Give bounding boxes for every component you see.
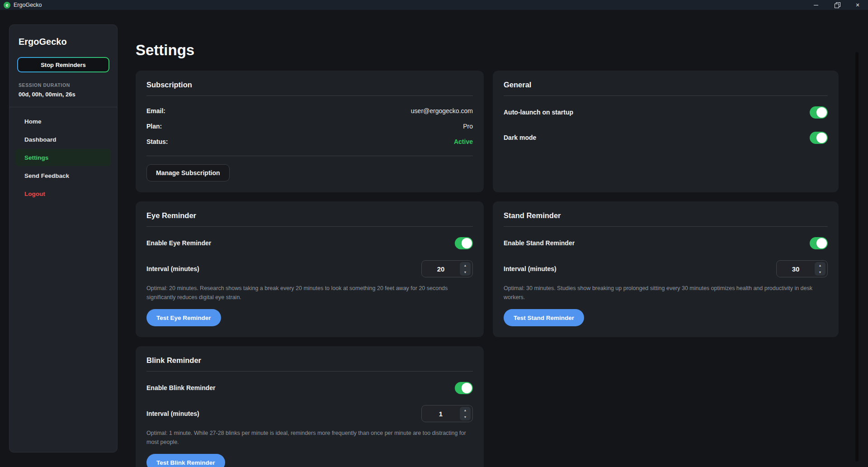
stand-reminder-card: Stand Reminder Enable Stand Reminder Int… bbox=[493, 201, 839, 337]
card-divider bbox=[146, 371, 473, 372]
enable-blink-reminder-toggle[interactable] bbox=[455, 382, 473, 394]
sidebar-item-home[interactable]: Home bbox=[15, 113, 111, 130]
session-duration-label: SESSION DURATION bbox=[19, 82, 108, 88]
enable-stand-reminder-row: Enable Stand Reminder bbox=[504, 234, 828, 252]
blink-interval-input[interactable] bbox=[422, 410, 460, 418]
spinner-up-icon[interactable]: ▲ bbox=[460, 407, 471, 414]
spinner-down-icon[interactable]: ▼ bbox=[815, 269, 826, 276]
subscription-card-title: Subscription bbox=[146, 81, 473, 89]
blink-interval-stepper: ▲ ▼ bbox=[421, 405, 473, 422]
app-name: ErgoGecko bbox=[15, 37, 111, 47]
stop-reminders-button[interactable]: Stop Reminders bbox=[17, 57, 109, 72]
session-duration-value: 00d, 00h, 00min, 26s bbox=[19, 91, 108, 98]
sidebar: ErgoGecko Stop Reminders SESSION DURATIO… bbox=[9, 24, 118, 453]
dark-mode-row: Dark mode bbox=[504, 129, 828, 147]
auto-launch-row: Auto-launch on startup bbox=[504, 103, 828, 121]
spinner-up-icon[interactable]: ▲ bbox=[815, 262, 826, 269]
card-divider bbox=[146, 95, 473, 96]
manage-subscription-button[interactable]: Manage Subscription bbox=[146, 164, 230, 181]
card-divider bbox=[504, 226, 828, 227]
subscription-row-status: Status: Active bbox=[146, 134, 473, 149]
blink-reminder-card-title: Blink Reminder bbox=[146, 356, 473, 365]
sidebar-nav: Home Dashboard Settings Send Feedback Lo… bbox=[15, 113, 111, 202]
card-divider bbox=[146, 156, 473, 156]
card-divider bbox=[504, 95, 828, 96]
window-title: ErgoGecko bbox=[14, 2, 42, 8]
titlebar: e ErgoGecko ✕ bbox=[0, 0, 868, 10]
plan-value: Pro bbox=[463, 123, 473, 130]
sidebar-item-dashboard[interactable]: Dashboard bbox=[15, 131, 111, 148]
plan-label: Plan: bbox=[146, 123, 162, 130]
eye-interval-label: Interval (minutes) bbox=[146, 265, 199, 272]
stand-reminder-card-title: Stand Reminder bbox=[504, 211, 828, 220]
close-icon: ✕ bbox=[855, 2, 859, 8]
eye-reminder-card-title: Eye Reminder bbox=[146, 211, 473, 220]
email-label: Email: bbox=[146, 107, 165, 114]
general-card-title: General bbox=[504, 81, 828, 89]
stand-interval-row: Interval (minutes) ▲ ▼ bbox=[504, 260, 828, 277]
eye-interval-row: Interval (minutes) ▲ ▼ bbox=[146, 260, 473, 277]
minimize-button[interactable] bbox=[806, 0, 826, 10]
blink-interval-spinner: ▲ ▼ bbox=[460, 407, 471, 420]
app-logo-icon: e bbox=[4, 2, 10, 9]
subscription-row-email: Email: user@ergogecko.com bbox=[146, 103, 473, 119]
auto-launch-label: Auto-launch on startup bbox=[504, 109, 573, 116]
main-content: Settings Subscription Email: user@ergoge… bbox=[136, 10, 839, 467]
blink-interval-row: Interval (minutes) ▲ ▼ bbox=[146, 405, 473, 422]
card-divider bbox=[146, 226, 473, 227]
eye-interval-stepper: ▲ ▼ bbox=[421, 260, 473, 277]
eye-interval-input[interactable] bbox=[422, 265, 460, 273]
settings-cards-grid: Subscription Email: user@ergogecko.com P… bbox=[136, 71, 839, 467]
blink-reminder-card: Blink Reminder Enable Blink Reminder Int… bbox=[136, 346, 484, 467]
enable-stand-reminder-toggle[interactable] bbox=[810, 237, 828, 249]
toggle-knob bbox=[462, 238, 472, 248]
auto-launch-toggle[interactable] bbox=[810, 106, 828, 119]
vertical-scrollbar-thumb[interactable] bbox=[855, 52, 859, 462]
stand-reminder-help-text: Optimal: 30 minutes. Studies show breaki… bbox=[504, 284, 828, 302]
enable-stand-reminder-label: Enable Stand Reminder bbox=[504, 239, 575, 247]
app-body: ErgoGecko Stop Reminders SESSION DURATIO… bbox=[0, 10, 868, 467]
enable-eye-reminder-toggle[interactable] bbox=[455, 237, 473, 249]
spinner-down-icon[interactable]: ▼ bbox=[460, 269, 471, 276]
minimize-icon bbox=[814, 5, 818, 5]
enable-blink-reminder-row: Enable Blink Reminder bbox=[146, 379, 473, 397]
subscription-rows: Email: user@ergogecko.com Plan: Pro Stat… bbox=[146, 103, 473, 149]
restore-button[interactable] bbox=[826, 0, 847, 10]
toggle-knob bbox=[816, 107, 827, 118]
blink-interval-label: Interval (minutes) bbox=[146, 410, 199, 417]
subscription-row-plan: Plan: Pro bbox=[146, 119, 473, 134]
test-blink-reminder-button[interactable]: Test Blink Reminder bbox=[146, 454, 225, 467]
enable-eye-reminder-row: Enable Eye Reminder bbox=[146, 234, 473, 252]
email-value: user@ergogecko.com bbox=[411, 107, 473, 114]
eye-reminder-card: Eye Reminder Enable Eye Reminder Interva… bbox=[136, 201, 484, 337]
spinner-up-icon[interactable]: ▲ bbox=[460, 262, 471, 269]
dark-mode-label: Dark mode bbox=[504, 134, 536, 141]
page-title: Settings bbox=[136, 42, 839, 59]
eye-interval-spinner: ▲ ▼ bbox=[460, 262, 471, 276]
sidebar-divider bbox=[9, 107, 117, 107]
test-stand-reminder-button[interactable]: Test Stand Reminder bbox=[504, 309, 584, 326]
close-button[interactable]: ✕ bbox=[847, 0, 868, 10]
status-label: Status: bbox=[146, 138, 168, 145]
stand-interval-input[interactable] bbox=[777, 265, 815, 273]
spinner-down-icon[interactable]: ▼ bbox=[460, 414, 471, 420]
stand-interval-spinner: ▲ ▼ bbox=[815, 262, 826, 276]
toggle-knob bbox=[816, 238, 827, 248]
subscription-card: Subscription Email: user@ergogecko.com P… bbox=[136, 71, 484, 192]
stand-interval-label: Interval (minutes) bbox=[504, 265, 557, 272]
sidebar-item-send-feedback[interactable]: Send Feedback bbox=[15, 167, 111, 184]
general-card: General Auto-launch on startup Dark mode bbox=[493, 71, 839, 192]
stand-interval-stepper: ▲ ▼ bbox=[776, 260, 828, 277]
sidebar-item-settings[interactable]: Settings bbox=[15, 149, 111, 166]
status-badge: Active bbox=[454, 138, 473, 145]
test-eye-reminder-button[interactable]: Test Eye Reminder bbox=[146, 309, 221, 326]
restore-icon bbox=[835, 3, 839, 7]
toggle-knob bbox=[816, 133, 827, 143]
blink-reminder-help-text: Optimal: 1 minute. While 27-28 blinks pe… bbox=[146, 429, 473, 447]
eye-reminder-help-text: Optimal: 20 minutes. Research shows taki… bbox=[146, 284, 473, 302]
dark-mode-toggle[interactable] bbox=[810, 132, 828, 144]
toggle-knob bbox=[462, 383, 472, 393]
sidebar-item-logout[interactable]: Logout bbox=[15, 185, 111, 202]
enable-blink-reminder-label: Enable Blink Reminder bbox=[146, 384, 215, 391]
enable-eye-reminder-label: Enable Eye Reminder bbox=[146, 239, 211, 247]
